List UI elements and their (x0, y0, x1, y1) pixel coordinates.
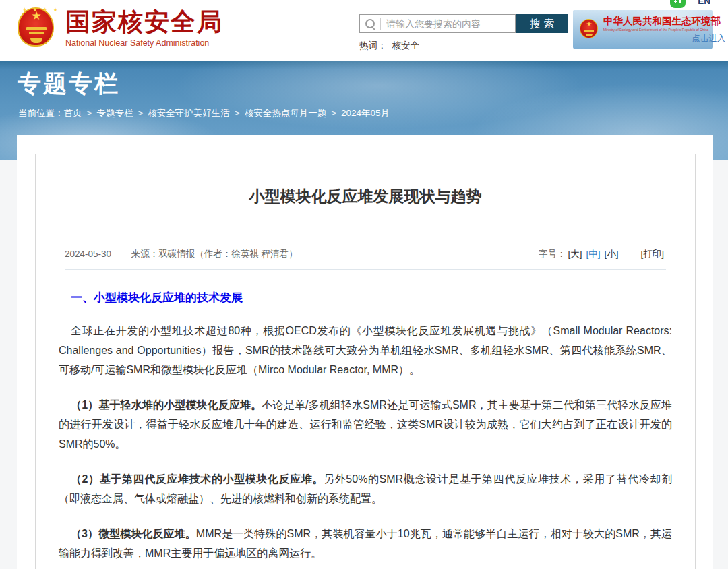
breadcrumb-monthly-topic[interactable]: 核安全热点每月一题 (245, 108, 327, 118)
article-source: 来源：双碳情报（作者：徐英祺 程清君） (131, 249, 298, 259)
paragraph-2-lead: （1）基于轻水堆的小型模块化反应堆。 (71, 399, 262, 411)
search-area: 搜索 热词：核安全 (359, 14, 570, 52)
breadcrumb-separator: > (87, 108, 92, 118)
breadcrumb-topics[interactable]: 专题专栏 (96, 108, 133, 118)
emblem-gate2 (29, 32, 44, 34)
article-meta-right: 字号：[大][中][小][打印] (539, 248, 666, 260)
breadcrumb: 当前位置：首页>专题专栏>核安全守护美好生活>核安全热点每月一题>2024年05… (18, 107, 390, 119)
article-title: 小型模块化反应堆发展现状与趋势 (63, 186, 668, 206)
paragraph-1: 全球正在开发的小型堆技术超过80种，根据OECD发布的《小型模块化反应堆发展机遇… (59, 321, 672, 380)
search-icon (360, 15, 380, 32)
font-size-small-button[interactable]: [小] (604, 249, 618, 259)
breadcrumb-2024-05[interactable]: 2024年05月 (341, 108, 390, 118)
breadcrumb-separator: > (138, 108, 143, 118)
search-button[interactable]: 搜索 (516, 14, 568, 33)
mee-enter-link[interactable]: 点击进入 (692, 33, 725, 44)
paragraph-3: （2）基于第四代反应堆技术的小型模块化反应堆。另外50%的SMR概念设计是基于第… (59, 469, 672, 508)
font-size-large-button[interactable]: [大] (568, 249, 582, 259)
mee-subtitle: Ministry of Ecology and Environment of t… (603, 28, 708, 30)
top-right-links: EN (670, 0, 710, 8)
breadcrumb-label: 当前位置： (18, 108, 64, 118)
search-input[interactable] (381, 18, 515, 29)
article-meta-row: 2024-05-30 来源：双碳情报（作者：徐英祺 程清君） 字号：[大][中]… (65, 248, 666, 270)
site-name-en: National Nuclear Safety Administration (65, 38, 223, 48)
mee-banner-link[interactable]: ★ 中华人民共和国生态环境部 Ministry of Ecology and E… (573, 10, 713, 49)
search-field (359, 14, 516, 33)
hot-words: 热词：核安全 (359, 40, 570, 52)
site-titles: 国家核安全局 National Nuclear Safety Administr… (65, 9, 223, 48)
paragraph-4: （3）微型模块化反应堆。MMR是一类特殊的SMR，其装机容量小于10兆瓦，通常能… (59, 524, 672, 563)
wechat-icon[interactable] (670, 0, 686, 8)
mee-text: 中华人民共和国生态环境部 Ministry of Ecology and Env… (603, 15, 728, 44)
hot-words-label: 热词： (359, 40, 387, 51)
site-logo[interactable]: ★★★★ ★ 国家核安全局 National Nuclear Safety Ad… (17, 6, 223, 51)
breadcrumb-safety-life[interactable]: 核安全守护美好生活 (148, 108, 230, 118)
breadcrumb-home[interactable]: 首页 (64, 108, 82, 118)
mee-emblem-icon: ★ (579, 18, 599, 41)
site-name: 国家核安全局 (65, 9, 223, 36)
article-body: 一、小型模块化反应堆的技术发展 全球正在开发的小型堆技术超过80种，根据OECD… (59, 290, 672, 563)
paragraph-2: （1）基于轻水堆的小型模块化反应堆。不论是单/多机组轻水SMR还是可运输式SMR… (59, 395, 672, 454)
emblem-star: ★ (17, 10, 56, 22)
page: ★★★★ ★ 国家核安全局 National Nuclear Safety Ad… (0, 0, 728, 569)
banner-title: 专题专栏 (18, 68, 120, 100)
paragraph-4-lead: （3）微型模块化反应堆。 (71, 528, 196, 539)
breadcrumb-separator: > (235, 108, 240, 118)
article-meta-left: 2024-05-30 来源：双碳情报（作者：徐英祺 程清君） (65, 248, 298, 260)
national-emblem-icon: ★★★★ ★ (17, 6, 56, 51)
font-size-medium-button[interactable]: [中] (586, 249, 600, 259)
emblem-gate (26, 27, 47, 30)
english-language-link[interactable]: EN (698, 0, 710, 6)
search-box: 搜索 (359, 14, 570, 33)
mee-title: 中华人民共和国生态环境部 (603, 15, 721, 28)
section-heading-1: 一、小型模块化反应堆的技术发展 (59, 290, 672, 305)
site-header: ★★★★ ★ 国家核安全局 National Nuclear Safety Ad… (0, 0, 728, 61)
article-card: 小型模块化反应堆发展现状与趋势 2024-05-30 来源：双碳情报（作者：徐英… (35, 154, 696, 569)
font-size-label: 字号： (539, 249, 566, 259)
paragraph-3-lead: （2）基于第四代反应堆技术的小型模块化反应堆。 (71, 473, 324, 485)
hot-word-link[interactable]: 核安全 (392, 40, 420, 51)
article-date: 2024-05-30 (65, 249, 111, 259)
print-button[interactable]: [打印] (640, 249, 664, 259)
content-container: 小型模块化反应堆发展现状与趋势 2024-05-30 来源：双碳情报（作者：徐英… (17, 135, 713, 569)
breadcrumb-separator: > (331, 108, 336, 118)
